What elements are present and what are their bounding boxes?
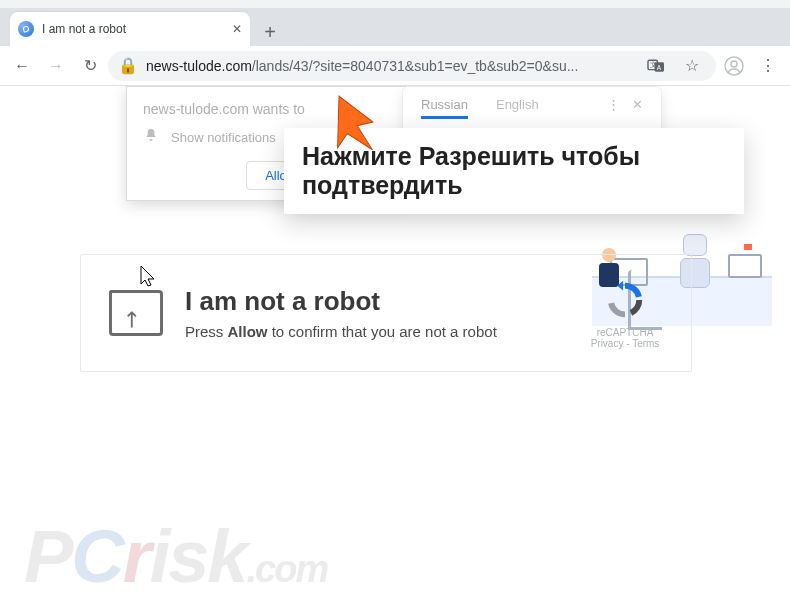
translate-more-icon[interactable]: ⋮ — [607, 97, 620, 119]
bell-icon — [143, 127, 159, 147]
tab-favicon-icon — [18, 21, 34, 37]
svg-text:A: A — [657, 63, 662, 70]
recaptcha-label: reCAPTCHA — [577, 327, 673, 338]
not-a-robot-card: ↗ I am not a robot Press Allow to confir… — [80, 254, 692, 372]
svg-point-5 — [731, 61, 737, 67]
svg-marker-6 — [321, 88, 382, 161]
translate-target-tab[interactable]: English — [496, 97, 539, 119]
browser-tab[interactable]: I am not a robot ✕ — [10, 12, 250, 46]
bookmark-star-icon[interactable]: ☆ — [678, 52, 706, 80]
card-subtitle: Press Allow to confirm that you are not … — [185, 323, 577, 340]
translate-page-icon[interactable]: 文A — [642, 52, 670, 80]
translate-source-tab[interactable]: Russian — [421, 97, 468, 119]
svg-marker-7 — [617, 281, 623, 291]
tab-strip: I am not a robot ✕ + — [0, 8, 790, 46]
site-info-lock-icon[interactable]: 🔒 — [118, 56, 138, 75]
recaptcha-links[interactable]: Privacy - Terms — [577, 338, 673, 349]
popup-window-icon: ↗ — [109, 290, 163, 336]
new-tab-button[interactable]: + — [256, 18, 284, 46]
tab-title: I am not a robot — [42, 22, 224, 36]
browser-menu-button[interactable]: ⋮ — [752, 50, 784, 82]
forward-button: → — [40, 50, 72, 82]
tab-close-button[interactable]: ✕ — [232, 22, 242, 36]
pcrisk-watermark: PCrisk.com — [24, 514, 327, 599]
window-titlebar — [0, 0, 790, 8]
browser-toolbar: ← → ↻ 🔒 news-tulode.com/lands/43/?site=8… — [0, 46, 790, 86]
recaptcha-badge: reCAPTCHA Privacy - Terms — [577, 277, 673, 349]
account-avatar-icon[interactable] — [718, 50, 750, 82]
back-button[interactable]: ← — [6, 50, 38, 82]
address-bar[interactable]: 🔒 news-tulode.com/lands/43/?site=8040731… — [108, 51, 716, 81]
translate-close-icon[interactable]: ✕ — [632, 97, 643, 119]
address-url: news-tulode.com/lands/43/?site=8040731&s… — [146, 58, 634, 74]
mouse-cursor-icon — [140, 265, 156, 292]
page-content: news-tulode.com wants to Show notificati… — [0, 86, 790, 605]
reload-button[interactable]: ↻ — [74, 50, 106, 82]
card-title: I am not a robot — [185, 286, 577, 317]
